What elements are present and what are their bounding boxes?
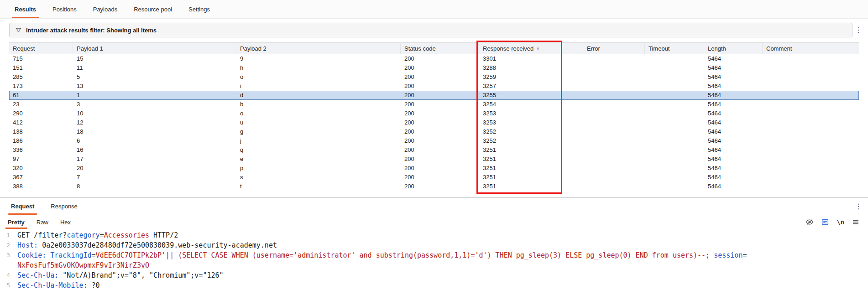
request-line: 3Cookie: TrackingId=VdEE6dC7OTIPk2bP'|| … [0,250,868,260]
table-row[interactable]: 2855o20032595464 [9,72,859,82]
table-row[interactable]: 41212u20032535464 [9,118,859,127]
request-line: 5Sec-Ch-Ua-Mobile: ?0 [0,280,868,290]
message-editor: RequestResponse ⋮ PrettyRawHex [0,197,868,295]
column-header-payload-2[interactable]: Payload 2 [236,43,401,54]
request-line: 1GET /filter?category=Accessories HTTP/2 [0,230,868,240]
results-table-header: RequestPayload 1Payload 2Status codeResp… [9,42,859,54]
results-kebab-menu-icon[interactable]: ⋮ [852,26,864,34]
filter-row: Intruder attack results filter: Showing … [0,19,868,41]
column-header-length[interactable]: Length [704,43,763,54]
table-row[interactable]: 33616q20032515464 [9,145,859,155]
view-tab-pretty[interactable]: Pretty [2,215,31,229]
column-header-status-code[interactable]: Status code [401,43,479,54]
syntax-highlight-icon[interactable] [821,218,829,226]
tab-resource-pool[interactable]: Resource pool [125,0,180,18]
line-number: 1 [0,230,10,240]
table-row[interactable]: 3888t20032515464 [9,182,859,191]
results-filter-bar[interactable]: Intruder attack results filter: Showing … [9,23,852,37]
tab-payloads[interactable]: Payloads [85,0,125,18]
editor-hamburger-menu-icon[interactable] [852,218,860,226]
line-number [0,260,10,270]
results-table: RequestPayload 1Payload 2Status codeResp… [0,41,868,191]
results-table-body: 7151592003301546415111h200328854642855o2… [9,54,859,191]
request-editor[interactable]: 1GET /filter?category=Accessories HTTP/2… [0,229,868,295]
column-header-comment[interactable]: Comment [763,43,859,54]
message-tab-bar: RequestResponse ⋮ [0,198,868,215]
table-row[interactable]: 17313i20032575464 [9,82,859,91]
line-number: 2 [0,240,10,250]
request-line: NxFosFuf5mGvOKOwpmxF9vIr3NirZ3vO [0,260,868,270]
line-number: 3 [0,250,10,260]
tab-positions[interactable]: Positions [44,0,85,18]
tab-settings[interactable]: Settings [180,0,218,18]
table-row[interactable]: 29010o20032535464 [9,109,859,118]
request-line: 2Host: 0a2e0033037de28480df72e500830039.… [0,240,868,250]
table-row[interactable]: 13818g20032525464 [9,127,859,136]
filter-funnel-icon [15,27,22,34]
message-kebab-menu-icon[interactable]: ⋮ [852,203,864,210]
table-row[interactable]: 1866j20032525464 [9,136,859,145]
line-number: 5 [0,280,10,290]
table-row[interactable]: 32020p20032515464 [9,164,859,173]
column-header-request[interactable]: Request [9,43,73,54]
view-tab-raw[interactable]: Raw [31,215,54,229]
message-tab-strip: RequestResponse [3,198,86,215]
request-line: 4Sec-Ch-Ua: "Not/A)Brand";v="8", "Chromi… [0,270,868,280]
sort-descending-icon: ∨ [536,46,539,51]
table-row[interactable]: 3677s20032515464 [9,173,859,182]
column-header-timeout[interactable]: Timeout [645,43,704,54]
table-row[interactable]: 71515920033015464 [9,54,859,63]
hide-highlights-eye-slash-icon[interactable] [805,218,814,226]
table-row[interactable]: 15111h20032885464 [9,63,859,72]
view-tab-bar: PrettyRawHex \n [0,215,868,229]
view-tab-strip: PrettyRawHex [2,215,77,229]
line-number: 4 [0,270,10,280]
show-newlines-toggle[interactable]: \n [837,218,844,226]
main-tab-bar: ResultsPositionsPayloadsResource poolSet… [0,0,868,19]
table-row[interactable]: 9717e20032515464 [9,155,859,164]
column-header-error[interactable]: Error [583,43,645,54]
table-row[interactable]: 611d20032555464 [9,91,859,100]
message-tab-response[interactable]: Response [42,198,86,215]
table-row[interactable]: 233b20032545464 [9,100,859,109]
tab-results[interactable]: Results [6,0,44,18]
column-header-response-received[interactable]: Response received∨ [479,43,583,54]
column-header-payload-1[interactable]: Payload 1 [73,43,236,54]
filter-summary: Intruder attack results filter: Showing … [26,27,157,34]
burp-intruder-results-window: ResultsPositionsPayloadsResource poolSet… [0,0,868,295]
message-tab-request[interactable]: Request [3,198,42,215]
view-tab-hex[interactable]: Hex [54,215,77,229]
editor-toolbar: \n [805,215,868,229]
